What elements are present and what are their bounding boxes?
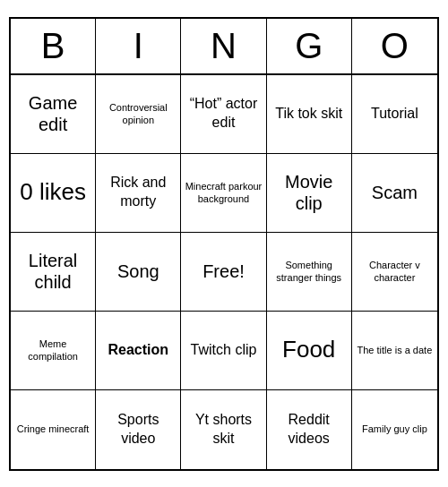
cell-label: Reddit videos [271,411,348,449]
grid-cell-1-4: Scam [352,154,437,233]
cell-label: Tutorial [371,105,418,124]
cell-label: Game edit [14,92,91,135]
header-letter: N [181,19,266,73]
cell-label: “Hot” actor edit [185,95,262,132]
header-letter: G [267,19,352,73]
cell-label: Meme compilation [14,337,91,363]
grid-cell-4-1: Sports video [96,390,181,469]
cell-label: The title is a date [358,344,433,356]
grid-cell-0-1: Controversial opinion [96,75,181,154]
cell-label: Food [282,336,335,363]
grid-cell-4-3: Reddit videos [267,390,352,469]
grid-cell-1-3: Movie clip [267,154,352,233]
grid-cell-0-3: Tik tok skit [267,75,352,154]
grid-cell-0-0: Game edit [11,75,96,154]
cell-label: Something stranger things [271,259,348,285]
cell-label: Tik tok skit [275,105,342,124]
header-letter: I [96,19,181,73]
cell-label: Free! [202,261,245,282]
grid-cell-3-4: The title is a date [352,312,437,390]
cell-label: Minecraft parkour background [185,180,262,206]
cell-label: Scam [372,182,418,203]
cell-label: Reaction [108,341,169,360]
bingo-card: BINGO Game editControversial opinion“Hot… [9,17,439,471]
grid-cell-1-1: Rick and morty [96,154,181,233]
cell-label: Cringe minecraft [17,423,90,435]
grid-cell-1-2: Minecraft parkour background [181,154,266,233]
cell-label: Character v character [356,259,434,285]
header-letter: O [352,19,437,73]
header-letter: B [11,19,96,73]
cell-label: Yt shorts skit [185,411,262,449]
bingo-header: BINGO [11,19,437,75]
grid-cell-4-0: Cringe minecraft [11,390,96,469]
cell-label: Song [117,261,159,282]
grid-cell-3-2: Twitch clip [181,312,266,390]
grid-cell-2-2: Free! [181,233,266,312]
cell-label: 0 likes [20,178,86,206]
grid-cell-4-4: Family guy clip [352,390,437,469]
grid-cell-2-1: Song [96,233,181,312]
grid-cell-0-2: “Hot” actor edit [181,75,266,154]
grid-cell-3-0: Meme compilation [11,312,96,390]
cell-label: Family guy clip [362,423,427,435]
grid-cell-3-1: Reaction [96,312,181,390]
cell-label: Literal child [14,250,91,293]
grid-cell-3-3: Food [267,312,352,390]
cell-label: Movie clip [271,171,348,214]
cell-label: Controversial opinion [99,101,177,127]
bingo-grid: Game editControversial opinion“Hot” acto… [11,75,437,469]
grid-cell-2-4: Character v character [352,233,437,312]
cell-label: Rick and morty [99,174,177,211]
cell-label: Twitch clip [191,341,257,360]
grid-cell-0-4: Tutorial [352,75,437,154]
grid-cell-1-0: 0 likes [11,154,96,233]
grid-cell-2-3: Something stranger things [267,233,352,312]
grid-cell-2-0: Literal child [11,233,96,312]
cell-label: Sports video [99,411,177,449]
grid-cell-4-2: Yt shorts skit [181,390,266,469]
